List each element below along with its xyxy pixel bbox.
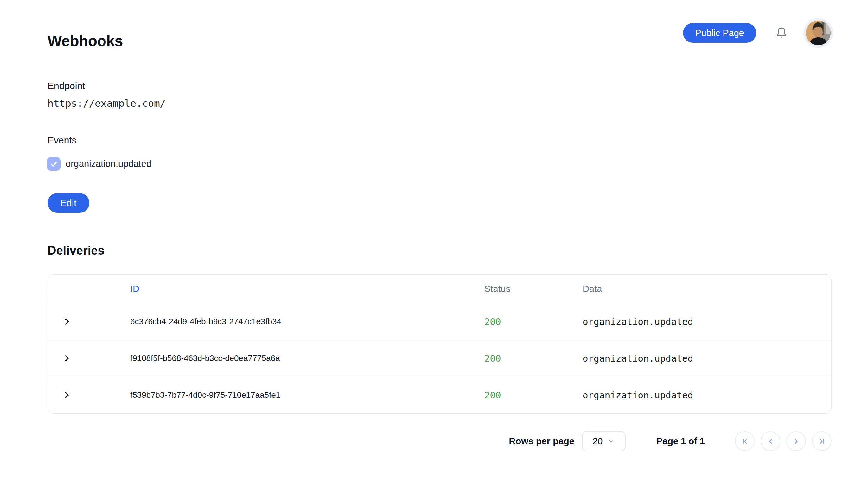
pagination-buttons [735,431,832,451]
public-page-button[interactable]: Public Page [683,23,756,43]
rows-per-page-select[interactable]: 20 [582,431,626,451]
column-header-status: Status [484,284,583,294]
chevron-right-icon [792,437,800,445]
row-expand-chevron-icon[interactable] [62,354,71,363]
table-header-row: ID Status Data [48,275,831,303]
topbar: Public Page [683,20,832,46]
delivery-status: 200 [484,316,583,327]
delivery-status: 200 [484,353,583,364]
deliveries-table: ID Status Data 6c376cb4-24d9-4feb-b9c3-2… [48,274,832,414]
event-item: organization.updated [47,157,151,171]
check-icon [49,159,59,169]
event-checkbox[interactable] [47,157,61,171]
chevron-left-icon [767,437,775,445]
endpoint-label: Endpoint [48,81,85,91]
notifications-bell-icon[interactable] [775,26,788,40]
user-avatar[interactable] [805,20,832,46]
delivery-data: organization.updated [583,316,831,327]
deliveries-title: Deliveries [48,244,104,257]
row-expand-chevron-icon[interactable] [62,390,71,400]
edit-button[interactable]: Edit [48,193,89,213]
rows-per-page-value: 20 [592,436,602,447]
endpoint-url: https://example.com/ [48,98,166,109]
delivery-id: f9108f5f-b568-463d-b3cc-de0ea7775a6a [130,353,484,363]
delivery-data: organization.updated [583,353,831,364]
pagination-bar: Rows per page 20 Page 1 of 1 [509,431,832,452]
table-row[interactable]: f539b7b3-7b77-4d0c-9f75-710e17aa5fe1 200… [48,377,831,413]
table-row[interactable]: f9108f5f-b568-463d-b3cc-de0ea7775a6a 200… [48,340,831,377]
delivery-id: 6c376cb4-24d9-4feb-b9c3-2747c1e3fb34 [130,317,484,326]
next-page-button[interactable] [786,431,806,451]
table-row[interactable]: 6c376cb4-24d9-4feb-b9c3-2747c1e3fb34 200… [48,303,831,340]
page-indicator: Page 1 of 1 [656,436,705,447]
chevron-down-icon [607,437,615,445]
last-page-button[interactable] [812,431,832,451]
first-page-button[interactable] [735,431,754,451]
page-title: Webhooks [48,32,123,50]
skip-to-first-icon [741,437,749,445]
delivery-data: organization.updated [583,390,831,400]
previous-page-button[interactable] [761,431,780,451]
column-header-data: Data [583,284,831,294]
events-label: Events [48,135,77,146]
column-header-id[interactable]: ID [130,284,484,294]
row-expand-chevron-icon[interactable] [62,317,71,326]
delivery-status: 200 [484,390,583,400]
rows-per-page-label: Rows per page [509,436,574,447]
delivery-id: f539b7b3-7b77-4d0c-9f75-710e17aa5fe1 [130,390,484,400]
event-label: organization.updated [66,159,151,169]
skip-to-last-icon [818,437,826,445]
